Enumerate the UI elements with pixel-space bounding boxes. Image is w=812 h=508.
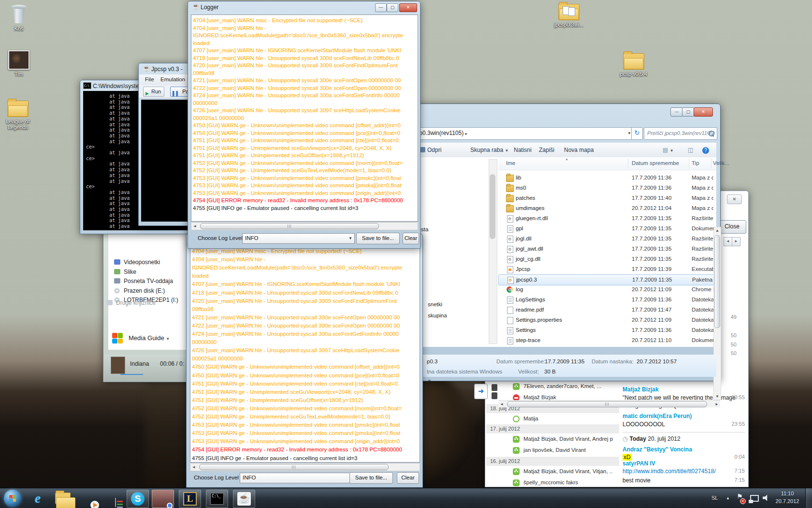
run-button[interactable]: ▶ Run [143,87,164,97]
tree-item-fragment[interactable]: snetki [428,301,442,307]
scroll-left-icon[interactable]: ◄ [192,465,196,469]
toolbar-open-button[interactable]: Odpri [420,147,441,153]
horizontal-scrollbar[interactable]: ◄ ► [498,400,720,407]
tree-item-fragment[interactable]: skupina [428,313,447,318]
log-level-select[interactable]: INFO ▼ [242,233,355,244]
conversation-item[interactable]: Matjaž Bizjak, David Virant, Andrej proo… [485,434,615,445]
message-link[interactable]: http://www.imdb.com/title/tt0274518/ [623,468,716,475]
toolbar-share-button[interactable]: Skupna raba ▼ [470,147,508,153]
address-bar[interactable]: jpcsp0.3win(rev1105) ▸ ▼ [405,127,635,140]
show-desktop-button[interactable] [805,488,812,508]
clock-time[interactable]: 11:10 [772,491,802,496]
message-sender[interactable]: satyrPAN IV [623,460,655,467]
conversation-item[interactable]: Matjaž Bizjak, David Virant, Vitjan, ... [485,467,615,478]
file-row[interactable]: gpl17.7.2009 11:35Dokument z bese... [498,224,713,234]
minimize-button[interactable]: — [375,3,387,12]
message-sender[interactable]: Andraz "Bestyy" Voncina [623,446,692,453]
column-header-type[interactable]: Tip [692,160,699,166]
taskbar-league-of-legends[interactable]: L [179,490,201,508]
menu-file[interactable]: File [145,76,154,82]
volume-icon[interactable] [763,494,769,501]
column-header-name[interactable]: Ime [506,160,515,166]
refresh-button[interactable]: ↻ [631,127,643,140]
file-row[interactable]: LogSettings17.7.2009 11:36Datoteka XML [498,295,713,305]
nav-item-pictures[interactable]: Slike [124,269,136,275]
file-row[interactable]: readme.pdf17.7.2009 11:47Datoteka PDF [498,305,713,315]
conversation-item[interactable]: jan lipovšek, David Virant [485,446,615,456]
taskbar-java-app[interactable]: ☕ [233,490,255,508]
maximize-button[interactable]: ▢ [682,107,695,117]
help-button[interactable]: ? [702,147,709,154]
chevron-down-icon[interactable]: ▼ [627,128,631,139]
scroll-left-icon[interactable]: ◄ [500,402,504,406]
desktop-icon-jpcsp-folder[interactable]: jpcsp0.3wi... [550,4,588,28]
file-row[interactable]: jogl_awt.dll17.7.2009 11:35Razširitev pr… [498,244,713,254]
save-to-file-button[interactable]: Save to file... [356,233,400,244]
log-horizontal-scrollbar[interactable]: ◄ [191,222,418,230]
taskbar-command-prompt[interactable]: C:\_ [206,490,228,508]
file-row[interactable]: step-trace20.7.2012 11:10Dokument z bese… [498,335,713,345]
file-row[interactable]: log20.7.2012 11:09Chrome HTML Do... [498,284,713,295]
chat-close-button[interactable]: Close [718,220,746,234]
tray-expand-icon[interactable]: ▲ [726,496,730,500]
file-row[interactable]: Jpcsp17.7.2009 11:39Executable Jar File [498,264,713,274]
logger-titlebar[interactable]: ☕ Logger — ▢ ✕ [188,1,420,13]
tree-item-fragment[interactable]: a [428,378,431,384]
column-header-date[interactable]: Datum spremembe [632,160,679,166]
network-icon[interactable] [750,495,759,502]
scrollbar-thumb[interactable] [714,235,720,328]
close-icon[interactable]: ✕ [399,3,417,12]
clear-button[interactable]: Clear [403,233,419,244]
close-icon[interactable]: ✕ [727,194,742,204]
clear-button[interactable]: Clear [397,472,419,484]
taskbar-media-player[interactable] [77,490,99,507]
scrollbar-thumb[interactable] [199,464,389,470]
file-row[interactable]: jogl.dll17.7.2009 11:35Razširitev progra… [498,234,713,244]
file-row[interactable]: gluegen-rt.dll17.7.2009 11:35Razširitev … [498,213,713,224]
nav-item-videos[interactable]: Videoposnetki [124,259,160,266]
message-sender[interactable]: Matjaž Bizjak [623,386,659,393]
file-row[interactable]: ms017.7.2009 11:36Mapa z datotekami [498,183,713,193]
file-row[interactable]: jogl_cg.dll17.7.2009 11:35Razširitev pro… [498,254,713,264]
scroll-up-icon[interactable]: ▲ [715,228,719,233]
minimize-button[interactable]: — [670,107,683,117]
desktop-icon-recycle-bin[interactable]: Koš [0,4,38,31]
change-view-button[interactable]: ▤ ▼ [663,147,674,153]
conversation-item[interactable]: 7Eleven, zander7caro, Kmet, ... [485,382,615,392]
taskbar-skype[interactable]: S [127,490,149,508]
nav-item-empty-disc[interactable]: Prazen disk (E:) [124,287,165,294]
log-horizontal-scrollbar[interactable]: ◄ [190,463,420,471]
search-input[interactable]: Preišči jpcsp0.3win(rev1105) [644,127,717,140]
scrollbar-thumb[interactable] [200,223,379,229]
close-button[interactable]: ✕ [694,107,713,117]
message-sender[interactable]: matic dornik(nEra Perun) [623,413,692,419]
file-row[interactable]: Settings17.7.2009 11:36Datoteka XML [498,325,713,335]
file-row[interactable]: jpcsp0.317.7.2009 11:35Paketna datoteka … [498,274,713,285]
desktop-icon-pcsp-folder[interactable]: pcsp v0.5.4 [615,53,652,77]
scrollbar-thumb[interactable] [490,174,495,239]
taskbar-windows-explorer[interactable] [52,490,73,507]
scroll-right-icon[interactable]: ► [715,402,719,406]
menu-emulation[interactable]: Emulation [160,76,185,82]
desktop-icon-league-of-legends[interactable]: League of Legends [0,101,36,130]
file-row[interactable]: lib17.7.2009 11:36Mapa z datotekami [498,173,713,183]
toolbar-new-folder-button[interactable]: Nova mapa [564,147,594,153]
chat-forward-button[interactable]: ► [732,237,740,246]
taskbar-internet-explorer[interactable]: e [27,490,48,507]
scrollbar-thumb[interactable] [507,401,707,407]
conversation-item[interactable]: Matija [485,414,615,425]
playback-progress-bar[interactable] [120,374,143,375]
start-button[interactable] [4,490,21,507]
taskbar-chrome[interactable] [152,490,174,508]
clock-date[interactable]: 20.7.2012 [772,498,802,504]
file-row[interactable]: umdimages20.7.2012 11:04Mapa z datotekam… [498,203,713,213]
language-indicator[interactable]: SL [711,495,718,501]
scroll-down-icon[interactable]: ▼ [715,394,719,399]
column-header-size[interactable]: Velik... [713,160,729,166]
toolbar-burn-button[interactable]: Zapiši [539,147,554,153]
toolbar-print-button[interactable]: Natisni [514,147,532,153]
conversation-item[interactable]: špelly_mccromic fakrs [485,478,615,489]
nav-item-other-libraries[interactable]: Druge knjižnice [116,299,156,306]
preview-pane-button[interactable]: ◫ [688,147,693,153]
nav-scrollbar[interactable] [489,159,497,344]
